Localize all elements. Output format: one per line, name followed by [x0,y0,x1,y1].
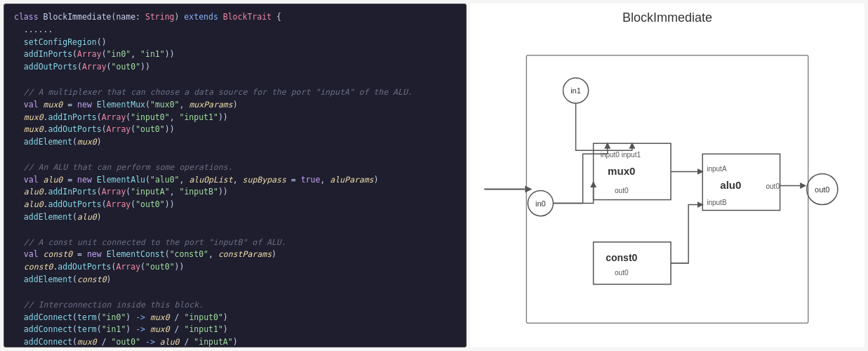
svg-rect-7 [594,242,671,284]
code-line-16: alu0.addOutPorts(Array("out0")) [14,199,456,211]
code-line-19: // A const unit connected to the port "i… [14,237,456,249]
code-line-20: val const0 = new ElementConst("const0", … [14,249,456,261]
code-line-7: // A multiplexer that can choose a data … [14,86,456,99]
out0-label: out0 [815,185,829,194]
code-line-1: class BlockImmediate(name: String) exten… [14,11,456,24]
code-line-6 [14,74,456,86]
alu0-label: alu0 [720,180,741,192]
code-line-5: addOutPorts(Array("out0")) [14,61,456,74]
mux-input0-label: input0 input1 [601,151,641,159]
in0-label: in0 [535,199,546,208]
code-line-4: addInPorts(Array("in0", "in1")) [14,48,456,61]
mux0-label: mux0 [608,165,635,177]
diagram-title: BlockImmediate [622,11,712,25]
code-line-17: addElement(alu0) [14,211,456,224]
code-line-27: addConnect(mux0 / "out0" -> alu0 / "inpu… [14,336,456,347]
code-line-13: // An ALU that can perform some operatio… [14,161,456,174]
code-line-24: // Interconnection inside this block. [14,299,456,312]
code-line-21: const0.addOutPorts(Array("out0")) [14,261,456,274]
alu0-out0-label: out0 [766,183,780,191]
const0-out-label: out0 [615,269,629,277]
code-line-18 [14,224,456,237]
code-line-12 [14,149,456,161]
code-line-10: mux0.addOutPorts(Array("out0")) [14,124,456,136]
diagram-panel: BlockImmediate in0 in1 input0 input1 mux… [470,4,864,347]
svg-marker-2 [525,185,532,192]
code-line-14: val alu0 = new ElementAlu("alu0", aluOpL… [14,174,456,187]
code-line-25: addConnect(term("in0") -> mux0 / "input0… [14,312,456,324]
in1-label: in1 [570,86,581,95]
alu-inputB-label: inputB [707,199,727,206]
code-line-15: alu0.addInPorts(Array("inputA", "inputB"… [14,186,456,199]
code-editor: class BlockImmediate(name: String) exten… [4,4,467,347]
code-line-9: mux0.addInPorts(Array("input0", "input1"… [14,112,456,124]
code-line-26: addConnect(term("in1") -> mux0 / "input1… [14,324,456,336]
code-line-11: addElement(mux0) [14,136,456,149]
code-line-3: setConfigRegion() [14,37,456,49]
code-line-8: val mux0 = new ElementMux("mux0", muxPar… [14,99,456,112]
code-line-23 [14,286,456,299]
const0-label: const0 [606,252,637,263]
mux0-out-label: out0 [615,187,629,194]
block-diagram: in0 in1 input0 input1 mux0 out0 inputA a… [470,31,864,347]
code-line-22: addElement(const0) [14,274,456,286]
alu-inputA-label: inputA [707,165,727,173]
code-line-2: ...... [14,24,456,37]
